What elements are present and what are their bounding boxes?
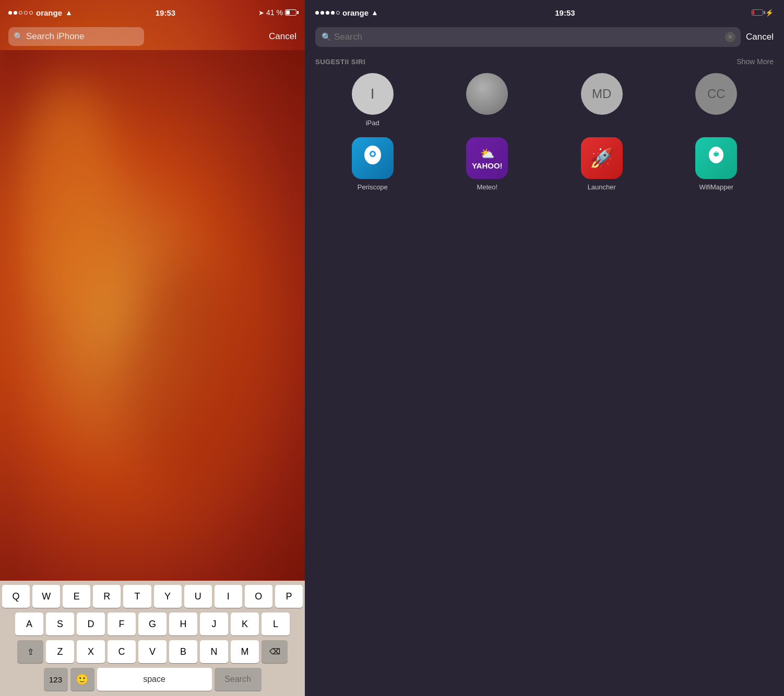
cancel-button-left[interactable]: Cancel (269, 31, 296, 42)
periscope-svg (360, 143, 385, 173)
key-search[interactable]: Search (215, 668, 262, 691)
wallpaper-blur (0, 50, 305, 581)
contact-name-ipad: iPad (366, 119, 379, 127)
yahoo-text-logo: YAHOO! (472, 162, 503, 170)
show-more-button[interactable]: Show More (737, 57, 774, 66)
key-s[interactable]: S (46, 613, 74, 635)
search-bar-right[interactable]: 🔍 ✕ Cancel (305, 23, 784, 51)
key-t[interactable]: T (123, 585, 151, 608)
keyboard-row-1: Q W E R T Y U I O P (2, 585, 303, 608)
dot3 (19, 11, 22, 15)
wifi-icon-left: ▲ (65, 8, 73, 17)
app-item-periscope[interactable]: Periscope (320, 137, 425, 191)
key-x[interactable]: X (77, 640, 105, 663)
contact-avatar-cc: CC (695, 73, 737, 115)
key-h[interactable]: H (169, 613, 197, 635)
contact-item-photo[interactable] (435, 73, 540, 127)
left-panel: orange ▲ 19:53 ➤ 41 % 🔍 Cancel Q W E R (0, 0, 305, 696)
location-icon-left: ➤ (258, 9, 264, 17)
keyboard: Q W E R T Y U I O P A S D F G H J K L ⇧ … (0, 581, 305, 696)
key-r[interactable]: R (93, 585, 121, 608)
key-g[interactable]: G (138, 613, 167, 635)
app-name-yahoo: Meteo! (477, 183, 497, 191)
key-j[interactable]: J (200, 613, 228, 635)
key-v[interactable]: V (138, 640, 167, 663)
contact-item-cc[interactable]: CC (664, 73, 769, 127)
svg-point-3 (371, 152, 374, 155)
battery-area-left: ➤ 41 % (258, 8, 296, 17)
app-item-launcher[interactable]: 🚀 Launcher (550, 137, 654, 191)
svg-text:WiFi: WiFi (712, 149, 721, 154)
key-space[interactable]: space (97, 668, 212, 691)
contacts-row: I iPad MD CC (315, 73, 774, 127)
carrier-info-right: orange ▲ (315, 8, 378, 17)
keyboard-row-4: 123 🙂 space Search (2, 668, 303, 691)
signal-dots-left (8, 11, 33, 15)
app-icon-launcher: 🚀 (581, 137, 623, 179)
key-emoji[interactable]: 🙂 (70, 668, 94, 691)
key-f[interactable]: F (108, 613, 136, 635)
app-icon-wifimapper: WiFi (695, 137, 737, 179)
app-icon-periscope (352, 137, 394, 179)
time-right: 19:53 (555, 8, 575, 17)
key-delete[interactable]: ⌫ (262, 640, 288, 663)
dot2 (14, 11, 17, 15)
dot1 (8, 11, 12, 15)
search-clear-button[interactable]: ✕ (725, 32, 735, 42)
app-icon-yahoo: ⛅ YAHOO! (466, 137, 508, 179)
dot4 (24, 11, 28, 15)
key-i[interactable]: I (215, 585, 242, 608)
signal-dots-right (315, 11, 340, 15)
dark-area (305, 195, 784, 696)
key-q[interactable]: Q (2, 585, 30, 608)
siri-header: SUGESTII SIRI Show More (315, 57, 774, 66)
app-item-wifimapper[interactable]: WiFi WifiMapper (664, 137, 769, 191)
key-a[interactable]: A (15, 613, 43, 635)
wifi-icon-right: ▲ (371, 8, 378, 17)
key-y[interactable]: Y (154, 585, 182, 608)
key-o[interactable]: O (245, 585, 272, 608)
status-bar-right: orange ▲ 19:53 ⚡ (305, 0, 784, 23)
key-k[interactable]: K (231, 613, 259, 635)
key-z[interactable]: Z (46, 640, 74, 663)
siri-section: SUGESTII SIRI Show More I iPad MD (305, 51, 784, 195)
search-wrapper-left[interactable]: 🔍 (8, 27, 264, 46)
launcher-rocket-icon: 🚀 (589, 147, 614, 170)
battery-icon-right (752, 9, 763, 16)
key-n[interactable]: N (200, 640, 228, 663)
key-u[interactable]: U (184, 585, 212, 608)
app-item-yahoo[interactable]: ⛅ YAHOO! Meteo! (435, 137, 540, 191)
search-bar-left[interactable]: 🔍 Cancel (0, 23, 305, 50)
siri-title: SUGESTII SIRI (315, 58, 365, 66)
key-l[interactable]: L (262, 613, 290, 635)
key-shift[interactable]: ⇧ (17, 640, 43, 663)
apps-row: Periscope ⛅ YAHOO! Meteo! 🚀 Launcher (315, 137, 774, 191)
app-name-wifimapper: WifiMapper (699, 183, 733, 191)
dot-r5 (336, 11, 340, 15)
key-d[interactable]: D (77, 613, 105, 635)
key-w[interactable]: W (32, 585, 60, 608)
search-wrapper-right[interactable]: 🔍 ✕ (315, 27, 741, 47)
yahoo-weather-display: ⛅ YAHOO! (472, 147, 503, 170)
battery-pct-left: 41 % (266, 8, 283, 17)
right-panel: orange ▲ 19:53 ⚡ 🔍 ✕ Cancel SUGESTII SIR… (305, 0, 784, 696)
key-e[interactable]: E (63, 585, 90, 608)
dot5 (29, 11, 33, 15)
dot-r1 (315, 11, 319, 15)
carrier-name-right: orange (342, 8, 369, 17)
app-name-launcher: Launcher (588, 183, 616, 191)
key-num[interactable]: 123 (44, 668, 68, 691)
battery-icon-left (285, 9, 296, 16)
cancel-button-right[interactable]: Cancel (746, 32, 774, 42)
key-c[interactable]: C (108, 640, 136, 663)
contact-item-md[interactable]: MD (550, 73, 654, 127)
key-p[interactable]: P (275, 585, 303, 608)
search-input-right[interactable] (315, 27, 741, 47)
avatar-photo-inner (466, 73, 508, 115)
search-input-left[interactable] (8, 27, 144, 46)
key-m[interactable]: M (231, 640, 259, 663)
contact-item-ipad[interactable]: I iPad (320, 73, 425, 127)
app-name-periscope: Periscope (358, 183, 388, 191)
key-b[interactable]: B (169, 640, 197, 663)
dot-r3 (326, 11, 329, 15)
